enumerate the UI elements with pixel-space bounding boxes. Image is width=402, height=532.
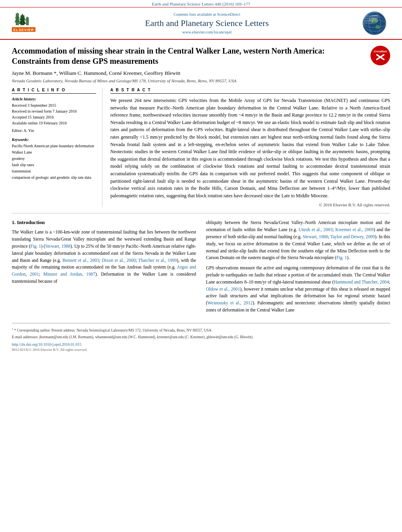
article-content: Accommodation of missing shear strain in… [0,40,402,358]
journal-header: ELSEVIER Contents lists available at Sci… [0,7,402,40]
copyright: © 2016 Elsevier B.V. All rights reserved… [110,202,390,207]
editor: Editor: A. Yin [12,128,96,133]
keywords-label: Keywords: [12,137,96,142]
thatcher1999-link[interactable]: Thatcher et al., 1999 [138,258,177,263]
oldow2001-link[interactable]: Oldow et al., 2001 [206,287,240,291]
svg-text:ELSEVIER: ELSEVIER [13,28,34,32]
email3-link[interactable]: kreemer@unr.edu [157,335,184,339]
journal-bar: Earth and Planetary Science Letters 440 … [0,0,402,7]
journal-citation: Earth and Planetary Science Letters 440 … [152,2,250,6]
name4: (G. Blewitt). [234,335,253,339]
authors: Jayne M. Bormann *, William C. Hammond, … [12,70,390,76]
sciencedirect-link[interactable]: ScienceDirect [217,12,240,17]
intro-para1: The Walker Lane is a ~100-km-wide zone o… [12,229,196,285]
body-left-col: 1. Introduction The Walker Lane is a ~10… [12,219,196,317]
globe-icon: EARTH PLANETARY SCIENCE LETTERS [363,11,386,35]
email-addresses: E-mail addresses: jbormann@unr.edu (J.M.… [12,334,390,340]
body-right-col: obliquity between the Sierra Nevada/Grea… [206,219,391,317]
dixon2000-link[interactable]: Dixon et al., 2000 [102,258,136,263]
stewart1988-link[interactable]: Stewart, 1988 [45,244,71,248]
svg-point-19 [371,46,389,65]
bennett2003-link[interactable]: Bennett et al., 2003 [63,258,99,263]
journal-title-center: Contents lists available at ScienceDirec… [55,12,359,34]
svg-text:EARTH: EARTH [372,15,378,17]
email1-link[interactable]: jbormann@unr.edu [39,335,68,339]
journal-title: Earth and Planetary Science Letters [55,18,359,28]
article-info-col: A R T I C L E I N F O Article history: R… [12,88,102,207]
contents-text: Contents lists available at [173,12,216,17]
received-revised-date: Received in revised form 7 January 2016 [12,108,96,114]
name1: (J.M. Bormann), [69,335,94,339]
article-title-section: Accommodation of missing shear strain in… [12,46,390,66]
keyword6: comparison of geologic and geodetic slip… [12,174,96,181]
unruh2003-link[interactable]: Unruh et al., 2003 [299,227,333,232]
intro-title: 1. Introduction [12,219,196,226]
corresponding-note: * * Corresponding author. Present addres… [12,327,390,333]
abstract-header: A B S T R A C T [110,88,390,94]
email2-link[interactable]: whammond@unr.edu [95,335,127,339]
keyword4: fault slip rates [12,162,96,168]
wesnousky2012-link[interactable]: Wesnousky et al., 2012 [207,300,253,305]
issn: 0012-821X/© 2016 Elsevier B.V. All right… [12,348,390,352]
article-title: Accommodation of missing shear strain in… [12,46,370,66]
keywords: Keywords: Pacific/North American plate b… [12,137,96,181]
doi-link[interactable]: http://dx.doi.org/10.1016/j.epsl.2016.01… [12,342,390,347]
article-footer: * * Corresponding author. Present addres… [12,323,390,352]
email-label: E-mail addresses: [12,335,38,339]
received-date: Received 3 September 2015 [12,102,96,108]
email4-link[interactable]: gblewitt@unr.edu [207,335,233,339]
elsevier-logo: ELSEVIER [12,11,55,35]
minster1987-link[interactable]: Minster and Jordan, 1987 [43,272,95,276]
svg-text:CrossMark: CrossMark [374,50,387,53]
abstract-col: A B S T R A C T We present 264 new inter… [110,88,390,207]
contents-line: Contents lists available at ScienceDirec… [55,12,359,17]
fig1-link[interactable]: Fig. 1 [30,244,41,248]
keyword2: Walker Lane [12,149,96,156]
argus2001-link[interactable]: Argus and Gordon, 2001 [12,265,196,276]
affiliation: Nevada Geodetic Laboratory, Nevada Burea… [12,78,390,83]
star-symbol: * [12,328,13,331]
journal-url[interactable]: www.elsevier.com/locate/epsl [55,30,359,34]
name2: (W.C. Hammond), [128,335,156,339]
accepted-date: Accepted 15 January 2016 [12,114,96,120]
keyword5: transtension [12,168,96,174]
hammond2004-link[interactable]: Hammond and Thatcher, 2004 [334,280,389,284]
abstract-text: We present 264 new interseismic GPS velo… [110,97,390,199]
article-history: Article history: Received 3 September 20… [12,97,96,133]
name3: (C. Kreemer), [185,335,206,339]
journal-logo: EARTH PLANETARY SCIENCE LETTERS [359,11,390,35]
intro-para3: GPS observations measure the active and … [206,265,391,314]
body-content: 1. Introduction The Walker Lane is a ~10… [12,219,390,317]
kreemer2009-link[interactable]: Kreemer et al., 2009 [335,227,374,232]
available-date: Available online 19 February 2016 [12,120,96,126]
crossmark-badge[interactable]: CrossMark [370,46,390,65]
taylor2009-link[interactable]: Taylor and Dewey, 2009 [330,234,375,239]
keyword1: Pacific/North American plate boundary de… [12,143,96,149]
info-abstract-section: A R T I C L E I N F O Article history: R… [12,88,390,207]
section-divider [12,213,390,213]
stewart1988b-link[interactable]: Stewart, 1988 [303,234,328,239]
svg-text:LETTERS: LETTERS [372,20,378,22]
fig1b-link[interactable]: Fig. 1 [336,255,347,260]
keyword3: geodesy [12,156,96,162]
history-label: Article history: [12,97,96,101]
article-info-header: A R T I C L E I N F O [12,88,96,94]
intro-para2: obliquity between the Sierra Nevada/Grea… [206,219,391,261]
